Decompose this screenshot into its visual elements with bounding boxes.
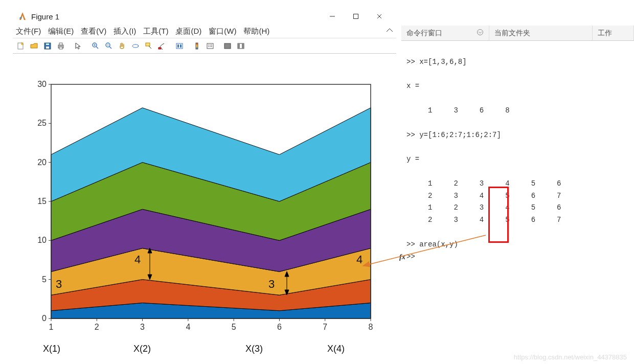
save-icon[interactable] (41, 40, 54, 52)
show-plot-tools-icon[interactable] (235, 40, 247, 52)
svg-line-12 (96, 47, 98, 49)
svg-text:3: 3 (140, 323, 145, 331)
svg-rect-22 (176, 43, 183, 49)
svg-rect-7 (46, 43, 49, 45)
cmd-line: 1 2 3 4 5 6 (406, 179, 561, 188)
svg-rect-6 (46, 47, 49, 49)
svg-rect-26 (207, 43, 213, 49)
insert-legend-icon[interactable] (204, 40, 216, 52)
svg-rect-33 (238, 43, 240, 49)
ann-2: 4 (134, 253, 141, 266)
pane-tabs: 命令行窗口 当前文件夹 工作 (401, 26, 634, 41)
cmd-prompt: >> (406, 253, 419, 261)
svg-rect-34 (242, 43, 244, 49)
cmd-line: 1 3 6 8 (406, 106, 510, 115)
ann-1: 3 (56, 278, 62, 290)
tab-label: 当前文件夹 (494, 29, 530, 38)
tab-label: 工作 (598, 29, 612, 38)
watermark: https://blog.csdn.net/weixin_44378835 (514, 353, 627, 361)
svg-text:0: 0 (42, 314, 47, 323)
svg-text:25: 25 (37, 119, 47, 127)
svg-text:4: 4 (186, 323, 190, 331)
svg-line-16 (109, 47, 111, 49)
menubar-overflow-icon[interactable] (386, 27, 393, 36)
svg-text:8: 8 (369, 323, 373, 331)
docked-panes: 命令行窗口 当前文件夹 工作 >> x=[1,3,6,8] x = 1 3 6 … (401, 26, 634, 275)
svg-text:5: 5 (42, 275, 47, 284)
fx-icon[interactable]: fx (399, 251, 405, 263)
minimize-button[interactable] (321, 10, 344, 23)
svg-text:10: 10 (37, 236, 47, 244)
pointer-icon[interactable] (72, 40, 84, 52)
area-chart: 0 5 10 15 20 25 30 1 2 3 4 5 6 7 8 (13, 54, 396, 345)
figure-window: Figure 1 文件(F) 编辑(E) 查看(V) 插入(I) 工具(T) 桌… (13, 8, 396, 345)
rotate3d-icon[interactable] (129, 40, 142, 52)
ann-3: 3 (268, 278, 275, 290)
tab-current-folder[interactable]: 当前文件夹 (489, 26, 593, 40)
menu-tools[interactable]: 工具(T) (143, 27, 168, 36)
menu-view[interactable]: 查看(V) (81, 27, 106, 36)
x-sample-1: X(1) (43, 344, 60, 354)
svg-point-72 (477, 30, 483, 35)
svg-text:15: 15 (37, 197, 47, 206)
matlab-icon (18, 12, 27, 21)
menubar: 文件(F) 编辑(E) 查看(V) 插入(I) 工具(T) 桌面(D) 窗口(W… (13, 25, 396, 38)
tab-workspace[interactable]: 工作 (593, 26, 634, 40)
x-sample-2: X(2) (133, 344, 151, 354)
svg-text:5: 5 (232, 323, 236, 331)
svg-text:6: 6 (277, 323, 282, 331)
toolbar (13, 38, 396, 54)
command-window[interactable]: >> x=[1,3,6,8] x = 1 3 6 8 >> y=[1:6;2:7… (401, 41, 634, 275)
menu-edit[interactable]: 编辑(E) (48, 27, 74, 36)
cmd-line: 2 3 4 5 6 7 (406, 216, 561, 224)
dropdown-icon[interactable] (477, 29, 484, 37)
cmd-line: >> y=[1:6;2:7;1:6;2:7] (406, 131, 501, 139)
menu-desktop[interactable]: 桌面(D) (175, 27, 201, 36)
zoom-in-icon[interactable] (89, 40, 102, 52)
hide-plot-tools-icon[interactable] (221, 40, 234, 52)
svg-line-20 (149, 46, 151, 49)
tab-label: 命令行窗口 (406, 29, 442, 38)
menu-help[interactable]: 帮助(H) (243, 27, 269, 36)
svg-text:2: 2 (95, 323, 99, 331)
data-cursor-icon[interactable] (143, 40, 155, 52)
new-figure-icon[interactable] (15, 40, 27, 52)
svg-rect-1 (354, 14, 358, 19)
titlebar: Figure 1 (13, 8, 396, 25)
svg-text:30: 30 (37, 80, 47, 88)
cmd-line: 1 2 3 4 5 6 (406, 203, 561, 212)
axes[interactable]: 0 5 10 15 20 25 30 1 2 3 4 5 6 7 8 (13, 54, 396, 345)
x-sample-3: X(3) (245, 344, 263, 354)
svg-text:1: 1 (49, 323, 54, 331)
close-button[interactable] (368, 10, 391, 23)
svg-rect-9 (59, 43, 62, 45)
svg-rect-10 (59, 47, 62, 49)
svg-rect-19 (146, 43, 150, 46)
cmd-line: >> area(x,y) (406, 240, 458, 248)
cmd-line: >> x=[1,3,6,8] (406, 58, 467, 66)
menu-file[interactable]: 文件(F) (16, 27, 41, 36)
zoom-out-icon[interactable] (103, 40, 115, 52)
brush-icon[interactable] (156, 40, 168, 52)
svg-text:20: 20 (37, 158, 47, 167)
menu-window[interactable]: 窗口(W) (209, 27, 236, 36)
svg-rect-21 (158, 48, 161, 49)
svg-rect-24 (180, 44, 182, 48)
maximize-button[interactable] (344, 10, 368, 23)
print-icon[interactable] (55, 40, 67, 52)
x-sample-4: X(4) (327, 344, 345, 354)
svg-rect-23 (177, 44, 179, 48)
cmd-line: y = (406, 155, 419, 163)
cmd-line: x = (406, 82, 419, 90)
ann-4: 4 (356, 253, 363, 266)
insert-colorbar-icon[interactable] (191, 40, 203, 52)
svg-text:7: 7 (323, 323, 327, 331)
window-title: Figure 1 (31, 12, 321, 21)
svg-rect-25 (196, 43, 198, 49)
open-icon[interactable] (28, 40, 40, 52)
svg-rect-31 (224, 43, 231, 49)
link-data-icon[interactable] (173, 40, 186, 52)
pan-icon[interactable] (116, 40, 128, 52)
tab-command-window[interactable]: 命令行窗口 (401, 26, 489, 40)
menu-insert[interactable]: 插入(I) (114, 27, 136, 36)
